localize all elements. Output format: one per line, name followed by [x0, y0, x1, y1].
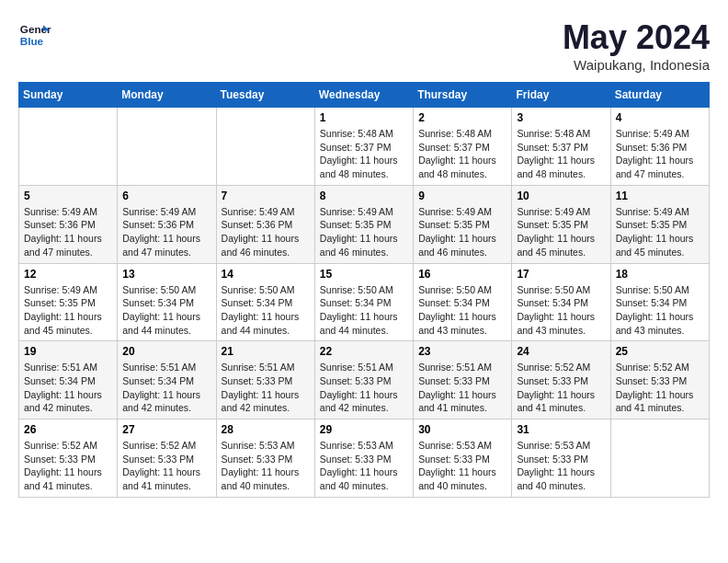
- logo: General Blue: [18, 18, 51, 52]
- day-info: Sunrise: 5:50 AM Sunset: 5:34 PM Dayligh…: [517, 283, 605, 338]
- calendar-cell: [610, 419, 709, 498]
- day-number: 5: [24, 190, 112, 202]
- calendar-cell: 30Sunrise: 5:53 AM Sunset: 5:33 PM Dayli…: [414, 419, 512, 498]
- weekday-header: Wednesday: [314, 83, 413, 108]
- day-info: Sunrise: 5:51 AM Sunset: 5:34 PM Dayligh…: [122, 361, 210, 415]
- location-subtitle: Waipukang, Indonesia: [563, 57, 710, 73]
- calendar-cell: 8Sunrise: 5:49 AM Sunset: 5:35 PM Daylig…: [314, 185, 413, 263]
- calendar-cell: [19, 108, 118, 186]
- day-info: Sunrise: 5:52 AM Sunset: 5:33 PM Dayligh…: [517, 361, 605, 415]
- calendar-cell: 15Sunrise: 5:50 AM Sunset: 5:34 PM Dayli…: [314, 263, 413, 341]
- day-number: 29: [320, 423, 408, 436]
- calendar-cell: 7Sunrise: 5:49 AM Sunset: 5:36 PM Daylig…: [216, 185, 314, 263]
- logo-icon: General Blue: [18, 18, 51, 52]
- calendar-cell: 12Sunrise: 5:49 AM Sunset: 5:35 PM Dayli…: [19, 263, 118, 341]
- day-number: 11: [616, 190, 704, 202]
- day-number: 18: [616, 268, 704, 281]
- day-number: 25: [616, 345, 704, 358]
- day-info: Sunrise: 5:53 AM Sunset: 5:33 PM Dayligh…: [320, 439, 408, 493]
- calendar-table: SundayMondayTuesdayWednesdayThursdayFrid…: [18, 82, 710, 498]
- calendar-cell: 13Sunrise: 5:50 AM Sunset: 5:34 PM Dayli…: [118, 263, 216, 341]
- day-info: Sunrise: 5:49 AM Sunset: 5:36 PM Dayligh…: [616, 127, 704, 181]
- weekday-header: Sunday: [19, 83, 118, 108]
- calendar-cell: 14Sunrise: 5:50 AM Sunset: 5:34 PM Dayli…: [216, 263, 314, 341]
- svg-text:Blue: Blue: [20, 35, 44, 47]
- calendar-cell: 18Sunrise: 5:50 AM Sunset: 5:34 PM Dayli…: [610, 263, 709, 341]
- calendar-cell: 4Sunrise: 5:49 AM Sunset: 5:36 PM Daylig…: [610, 108, 709, 186]
- day-info: Sunrise: 5:53 AM Sunset: 5:33 PM Dayligh…: [222, 439, 310, 493]
- day-number: 7: [222, 190, 310, 202]
- calendar-cell: 2Sunrise: 5:48 AM Sunset: 5:37 PM Daylig…: [414, 108, 512, 186]
- day-number: 21: [222, 345, 310, 358]
- day-number: 1: [320, 111, 408, 124]
- day-info: Sunrise: 5:50 AM Sunset: 5:34 PM Dayligh…: [222, 283, 310, 338]
- day-info: Sunrise: 5:52 AM Sunset: 5:33 PM Dayligh…: [24, 439, 112, 493]
- calendar-cell: 25Sunrise: 5:52 AM Sunset: 5:33 PM Dayli…: [610, 341, 709, 419]
- day-number: 16: [418, 268, 506, 281]
- weekday-header: Friday: [512, 83, 610, 108]
- calendar-week-row: 1Sunrise: 5:48 AM Sunset: 5:37 PM Daylig…: [19, 108, 710, 186]
- day-number: 2: [418, 111, 506, 124]
- month-title: May 2024: [563, 18, 710, 57]
- day-info: Sunrise: 5:50 AM Sunset: 5:34 PM Dayligh…: [616, 283, 704, 338]
- day-number: 6: [122, 190, 210, 202]
- calendar-cell: 31Sunrise: 5:53 AM Sunset: 5:33 PM Dayli…: [512, 419, 610, 498]
- day-number: 17: [517, 268, 605, 281]
- calendar-cell: 28Sunrise: 5:53 AM Sunset: 5:33 PM Dayli…: [216, 419, 314, 498]
- calendar-cell: 1Sunrise: 5:48 AM Sunset: 5:37 PM Daylig…: [314, 108, 413, 186]
- calendar-cell: 20Sunrise: 5:51 AM Sunset: 5:34 PM Dayli…: [118, 341, 216, 419]
- title-area: May 2024 Waipukang, Indonesia: [563, 18, 710, 73]
- day-number: 27: [122, 423, 210, 436]
- calendar-cell: 11Sunrise: 5:49 AM Sunset: 5:35 PM Dayli…: [610, 185, 709, 263]
- calendar-cell: 16Sunrise: 5:50 AM Sunset: 5:34 PM Dayli…: [414, 263, 512, 341]
- day-number: 14: [222, 268, 310, 281]
- weekday-header: Monday: [118, 83, 216, 108]
- day-info: Sunrise: 5:51 AM Sunset: 5:34 PM Dayligh…: [24, 361, 112, 415]
- calendar-cell: 23Sunrise: 5:51 AM Sunset: 5:33 PM Dayli…: [414, 341, 512, 419]
- calendar-cell: 6Sunrise: 5:49 AM Sunset: 5:36 PM Daylig…: [118, 185, 216, 263]
- day-number: 12: [24, 268, 112, 281]
- calendar-week-row: 12Sunrise: 5:49 AM Sunset: 5:35 PM Dayli…: [19, 263, 710, 341]
- calendar-cell: [216, 108, 314, 186]
- day-info: Sunrise: 5:49 AM Sunset: 5:36 PM Dayligh…: [24, 205, 112, 259]
- calendar-cell: 19Sunrise: 5:51 AM Sunset: 5:34 PM Dayli…: [19, 341, 118, 419]
- day-info: Sunrise: 5:49 AM Sunset: 5:35 PM Dayligh…: [616, 205, 704, 259]
- day-number: 22: [320, 345, 408, 358]
- calendar-cell: 10Sunrise: 5:49 AM Sunset: 5:35 PM Dayli…: [512, 185, 610, 263]
- day-info: Sunrise: 5:51 AM Sunset: 5:33 PM Dayligh…: [418, 361, 506, 415]
- day-number: 13: [122, 268, 210, 281]
- day-number: 23: [418, 345, 506, 358]
- calendar-cell: 22Sunrise: 5:51 AM Sunset: 5:33 PM Dayli…: [314, 341, 413, 419]
- day-number: 15: [320, 268, 408, 281]
- calendar-week-row: 19Sunrise: 5:51 AM Sunset: 5:34 PM Dayli…: [19, 341, 710, 419]
- day-info: Sunrise: 5:53 AM Sunset: 5:33 PM Dayligh…: [418, 439, 506, 493]
- day-number: 28: [222, 423, 310, 436]
- day-info: Sunrise: 5:50 AM Sunset: 5:34 PM Dayligh…: [122, 283, 210, 338]
- day-info: Sunrise: 5:52 AM Sunset: 5:33 PM Dayligh…: [122, 439, 210, 493]
- day-number: 9: [418, 190, 506, 202]
- day-info: Sunrise: 5:49 AM Sunset: 5:35 PM Dayligh…: [320, 205, 408, 259]
- day-info: Sunrise: 5:48 AM Sunset: 5:37 PM Dayligh…: [418, 127, 506, 181]
- weekday-header: Saturday: [610, 83, 709, 108]
- day-number: 26: [24, 423, 112, 436]
- day-info: Sunrise: 5:52 AM Sunset: 5:33 PM Dayligh…: [616, 361, 704, 415]
- calendar-cell: 29Sunrise: 5:53 AM Sunset: 5:33 PM Dayli…: [314, 419, 413, 498]
- weekday-header: Thursday: [414, 83, 512, 108]
- calendar-cell: 17Sunrise: 5:50 AM Sunset: 5:34 PM Dayli…: [512, 263, 610, 341]
- day-info: Sunrise: 5:49 AM Sunset: 5:35 PM Dayligh…: [24, 283, 112, 338]
- day-info: Sunrise: 5:50 AM Sunset: 5:34 PM Dayligh…: [418, 283, 506, 338]
- day-info: Sunrise: 5:49 AM Sunset: 5:36 PM Dayligh…: [222, 205, 310, 259]
- calendar-cell: 5Sunrise: 5:49 AM Sunset: 5:36 PM Daylig…: [19, 185, 118, 263]
- calendar-cell: 24Sunrise: 5:52 AM Sunset: 5:33 PM Dayli…: [512, 341, 610, 419]
- day-number: 10: [517, 190, 605, 202]
- day-number: 19: [24, 345, 112, 358]
- day-info: Sunrise: 5:51 AM Sunset: 5:33 PM Dayligh…: [320, 361, 408, 415]
- calendar-cell: 9Sunrise: 5:49 AM Sunset: 5:35 PM Daylig…: [414, 185, 512, 263]
- day-number: 31: [517, 423, 605, 436]
- day-number: 30: [418, 423, 506, 436]
- day-info: Sunrise: 5:53 AM Sunset: 5:33 PM Dayligh…: [517, 439, 605, 493]
- day-number: 4: [616, 111, 704, 124]
- day-info: Sunrise: 5:49 AM Sunset: 5:36 PM Dayligh…: [122, 205, 210, 259]
- calendar-cell: [118, 108, 216, 186]
- calendar-cell: 27Sunrise: 5:52 AM Sunset: 5:33 PM Dayli…: [118, 419, 216, 498]
